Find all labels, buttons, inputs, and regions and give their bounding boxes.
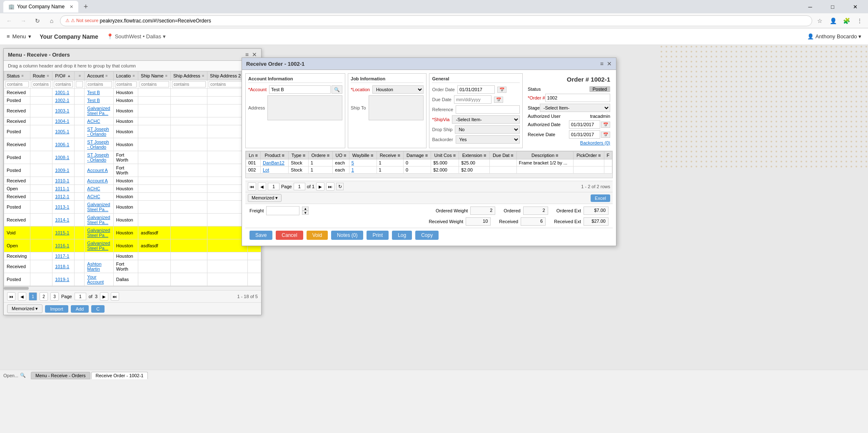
table-row[interactable]: Open 1016-1 Galvanized Steel Pa... Houst… <box>4 239 261 252</box>
row-account[interactable]: ACHC <box>85 117 113 125</box>
menu-button[interactable]: ≡ Menu ▾ <box>7 33 31 40</box>
row-account[interactable]: Ashton Martin <box>85 260 113 273</box>
freight-up-button[interactable]: ▲ <box>302 207 309 211</box>
filter-po[interactable] <box>54 81 73 87</box>
c-button[interactable]: C <box>91 305 105 313</box>
items-prev-page[interactable]: ◀ <box>258 182 266 191</box>
stage-select[interactable]: -Select Item- <box>540 104 610 112</box>
address-bar[interactable]: ⚠ ⚠ Not secure peakryzex.flowtrac.com/#!… <box>60 15 812 26</box>
tab-close[interactable]: ✕ <box>70 4 73 10</box>
row-po[interactable]: 1008-1 <box>52 151 75 164</box>
li-col-damage[interactable]: Damage ≡ <box>403 152 431 159</box>
receive-date-input[interactable] <box>569 130 600 139</box>
freight-input[interactable] <box>266 206 299 215</box>
row-po[interactable]: 1014-1 <box>52 214 75 226</box>
print-button[interactable]: Print <box>367 231 389 240</box>
filter-location[interactable] <box>115 81 137 87</box>
last-page-button[interactable]: ⏭ <box>111 292 119 301</box>
items-refresh-button[interactable]: ↻ <box>336 183 344 190</box>
row-po[interactable]: 1001-1 <box>52 89 75 97</box>
forward-button[interactable]: → <box>17 15 29 27</box>
extension-icon[interactable]: 🧩 <box>841 16 851 26</box>
maximize-button[interactable]: □ <box>823 0 842 13</box>
items-next-page[interactable]: ▶ <box>316 182 324 191</box>
close-button[interactable]: ✕ <box>846 0 865 13</box>
li-col-extension[interactable]: Extension ≡ <box>459 152 490 159</box>
first-page-button[interactable]: ⏮ <box>7 292 15 301</box>
li-product-2[interactable]: Lot <box>260 167 288 174</box>
add-button[interactable]: Add <box>71 305 89 313</box>
breadcrumb-receive-order[interactable]: Receive Order - 1002-1 <box>91 372 148 379</box>
table-row[interactable]: Received 1014-1 Galvanized Steel Pa... H… <box>4 214 261 226</box>
row-account[interactable]: ST Joseph - Orlando <box>85 138 113 151</box>
li-col-product[interactable]: Product ≡ <box>260 152 288 159</box>
li-col-ln[interactable]: Ln ≡ <box>246 152 261 159</box>
ship-to-textarea[interactable] <box>369 95 424 120</box>
page-3-button[interactable]: 3 <box>50 292 59 301</box>
menu-icon[interactable]: ⋮ <box>855 16 865 26</box>
auth-date-input[interactable] <box>569 120 600 129</box>
excel-button[interactable]: Excel <box>591 194 610 202</box>
order-date-calendar-button[interactable]: 📅 <box>497 87 506 93</box>
row-po[interactable]: 1005-1 <box>52 125 75 138</box>
location-select[interactable]: Houston <box>372 85 424 94</box>
copy-button[interactable]: Copy <box>415 231 439 240</box>
col-location[interactable]: Locatio≡ <box>113 72 138 80</box>
row-account[interactable] <box>85 252 113 260</box>
row-account[interactable]: Galvanized Steel Pa... <box>85 226 113 239</box>
browser-tab[interactable]: 🏢 Your Company Name ✕ <box>3 1 78 12</box>
table-row[interactable]: Received 1012-1 ACHC Houston <box>4 193 261 201</box>
table-row[interactable]: Posted 1002-1 Test B Houston <box>4 97 261 105</box>
bookmark-icon[interactable]: ☆ <box>815 16 825 26</box>
table-row[interactable]: Open 1011-1 ACHC Houston <box>4 185 261 193</box>
filter-status[interactable] <box>5 81 29 87</box>
drop-ship-select[interactable]: No <box>455 125 520 134</box>
table-row[interactable]: Received 1004-1 ACHC Houston <box>4 117 261 125</box>
due-date-calendar-button[interactable]: 📅 <box>494 97 503 103</box>
row-account[interactable]: Galvanized Steel Pa... <box>85 214 113 226</box>
freight-down-button[interactable]: ▼ <box>302 211 309 215</box>
col-account[interactable]: Account≡ <box>85 72 113 80</box>
row-po[interactable]: 1003-1 <box>52 105 75 117</box>
li-waybill-2[interactable]: 1 <box>349 167 377 174</box>
li-col-waybill[interactable]: Waybille ≡ <box>349 152 377 159</box>
save-button[interactable]: Save <box>249 231 272 240</box>
row-po[interactable]: 1016-1 <box>52 239 75 252</box>
table-row[interactable]: Receiving 1017-1 Houston <box>4 252 261 260</box>
li-col-f[interactable]: F <box>604 152 612 159</box>
auth-date-calendar-button[interactable]: 📅 <box>601 122 610 128</box>
notes-button[interactable]: Notes (0) <box>331 231 363 240</box>
due-date-input[interactable] <box>454 95 491 104</box>
li-col-description[interactable]: Description ≡ <box>516 152 573 159</box>
address-textarea[interactable] <box>267 95 342 120</box>
account-search-button[interactable]: 🔍 <box>332 85 342 94</box>
li-product-1[interactable]: DanBan12 <box>260 159 288 167</box>
order-date-input[interactable] <box>457 85 495 94</box>
items-last-page[interactable]: ⏭ <box>326 182 334 191</box>
col-empty[interactable]: ≡ <box>74 72 85 80</box>
li-col-uo[interactable]: UO ≡ <box>333 152 349 159</box>
row-account[interactable]: Account A <box>85 164 113 177</box>
page-1-button[interactable]: 1 <box>29 292 37 301</box>
filter-account[interactable] <box>86 81 112 87</box>
table-row[interactable]: Void 1015-1 Galvanized Steel Pa... Houst… <box>4 226 261 239</box>
prev-page-button[interactable]: ◀ <box>18 292 26 301</box>
scrollbar-thumb[interactable] <box>4 287 29 290</box>
row-account[interactable]: ST Joseph - Orlando <box>85 125 113 138</box>
table-row[interactable]: Posted 1009-1 Account A Fort Worth <box>4 164 261 177</box>
items-memorized-button[interactable]: Memorized ▾ <box>248 194 282 202</box>
li-col-receive[interactable]: Receive ≡ <box>377 152 403 159</box>
breadcrumb-orders[interactable]: Menu - Receive - Orders <box>31 372 90 379</box>
li-waybill-1[interactable]: 5 <box>349 159 377 167</box>
table-row[interactable]: Received 1001-1 Test B Houston <box>4 89 261 97</box>
next-page-button[interactable]: ▶ <box>100 292 108 301</box>
new-tab-button[interactable]: + <box>80 1 92 12</box>
table-row[interactable]: Received 1010-1 Account A Houston <box>4 177 261 185</box>
row-po[interactable]: 1002-1 <box>52 97 75 105</box>
table-row[interactable]: Received 1018-1 Ashton Martin Fort Worth <box>4 260 261 273</box>
back-button[interactable]: ← <box>3 15 15 27</box>
row-po[interactable]: 1018-1 <box>52 260 75 273</box>
li-col-type[interactable]: Type ≡ <box>289 152 308 159</box>
row-po[interactable]: 1012-1 <box>52 193 75 201</box>
backorders-link[interactable]: Backorders (0) <box>580 140 610 145</box>
